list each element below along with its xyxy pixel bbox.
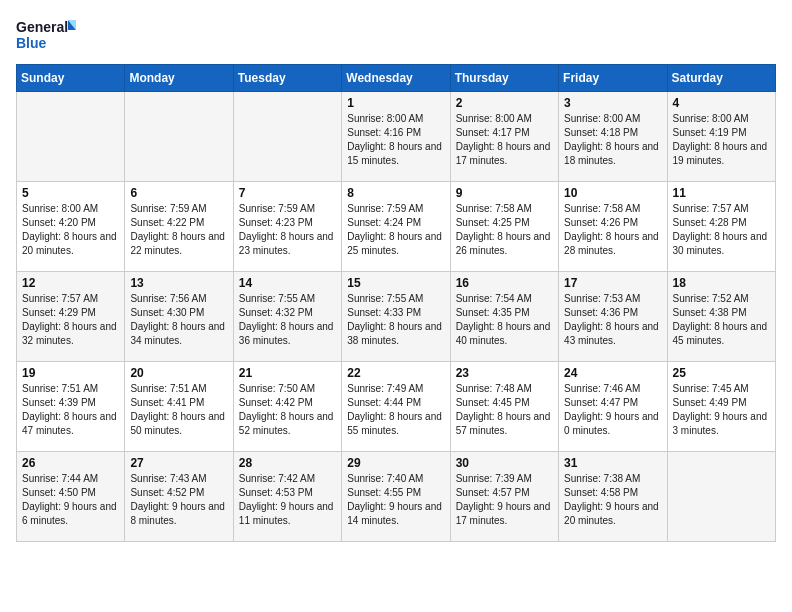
weekday-header-wednesday: Wednesday	[342, 65, 450, 92]
weekday-header-row: SundayMondayTuesdayWednesdayThursdayFrid…	[17, 65, 776, 92]
calendar-cell: 6Sunrise: 7:59 AM Sunset: 4:22 PM Daylig…	[125, 182, 233, 272]
day-info: Sunrise: 7:59 AM Sunset: 4:22 PM Dayligh…	[130, 202, 227, 258]
day-number: 15	[347, 276, 444, 290]
calendar-cell: 31Sunrise: 7:38 AM Sunset: 4:58 PM Dayli…	[559, 452, 667, 542]
day-info: Sunrise: 8:00 AM Sunset: 4:17 PM Dayligh…	[456, 112, 553, 168]
calendar-cell: 27Sunrise: 7:43 AM Sunset: 4:52 PM Dayli…	[125, 452, 233, 542]
day-number: 3	[564, 96, 661, 110]
calendar-cell: 9Sunrise: 7:58 AM Sunset: 4:25 PM Daylig…	[450, 182, 558, 272]
svg-text:Blue: Blue	[16, 35, 47, 51]
calendar-week-5: 26Sunrise: 7:44 AM Sunset: 4:50 PM Dayli…	[17, 452, 776, 542]
day-info: Sunrise: 8:00 AM Sunset: 4:16 PM Dayligh…	[347, 112, 444, 168]
calendar-cell	[125, 92, 233, 182]
day-info: Sunrise: 7:45 AM Sunset: 4:49 PM Dayligh…	[673, 382, 770, 438]
calendar-cell: 5Sunrise: 8:00 AM Sunset: 4:20 PM Daylig…	[17, 182, 125, 272]
calendar-cell: 16Sunrise: 7:54 AM Sunset: 4:35 PM Dayli…	[450, 272, 558, 362]
calendar-week-3: 12Sunrise: 7:57 AM Sunset: 4:29 PM Dayli…	[17, 272, 776, 362]
logo-svg: General Blue	[16, 16, 76, 54]
day-info: Sunrise: 7:59 AM Sunset: 4:23 PM Dayligh…	[239, 202, 336, 258]
day-info: Sunrise: 7:49 AM Sunset: 4:44 PM Dayligh…	[347, 382, 444, 438]
weekday-header-saturday: Saturday	[667, 65, 775, 92]
calendar-cell: 2Sunrise: 8:00 AM Sunset: 4:17 PM Daylig…	[450, 92, 558, 182]
day-number: 6	[130, 186, 227, 200]
day-number: 16	[456, 276, 553, 290]
calendar-cell	[233, 92, 341, 182]
day-number: 5	[22, 186, 119, 200]
calendar-cell: 22Sunrise: 7:49 AM Sunset: 4:44 PM Dayli…	[342, 362, 450, 452]
day-number: 29	[347, 456, 444, 470]
day-number: 17	[564, 276, 661, 290]
weekday-header-monday: Monday	[125, 65, 233, 92]
calendar-cell: 26Sunrise: 7:44 AM Sunset: 4:50 PM Dayli…	[17, 452, 125, 542]
day-number: 2	[456, 96, 553, 110]
calendar-cell: 21Sunrise: 7:50 AM Sunset: 4:42 PM Dayli…	[233, 362, 341, 452]
day-info: Sunrise: 7:56 AM Sunset: 4:30 PM Dayligh…	[130, 292, 227, 348]
calendar-cell: 23Sunrise: 7:48 AM Sunset: 4:45 PM Dayli…	[450, 362, 558, 452]
day-number: 9	[456, 186, 553, 200]
day-info: Sunrise: 7:52 AM Sunset: 4:38 PM Dayligh…	[673, 292, 770, 348]
calendar-week-4: 19Sunrise: 7:51 AM Sunset: 4:39 PM Dayli…	[17, 362, 776, 452]
day-number: 19	[22, 366, 119, 380]
day-info: Sunrise: 7:54 AM Sunset: 4:35 PM Dayligh…	[456, 292, 553, 348]
day-number: 10	[564, 186, 661, 200]
calendar-cell: 7Sunrise: 7:59 AM Sunset: 4:23 PM Daylig…	[233, 182, 341, 272]
day-number: 7	[239, 186, 336, 200]
day-info: Sunrise: 8:00 AM Sunset: 4:18 PM Dayligh…	[564, 112, 661, 168]
day-info: Sunrise: 7:48 AM Sunset: 4:45 PM Dayligh…	[456, 382, 553, 438]
day-info: Sunrise: 7:58 AM Sunset: 4:26 PM Dayligh…	[564, 202, 661, 258]
day-number: 30	[456, 456, 553, 470]
day-info: Sunrise: 7:40 AM Sunset: 4:55 PM Dayligh…	[347, 472, 444, 528]
day-number: 22	[347, 366, 444, 380]
calendar-cell: 18Sunrise: 7:52 AM Sunset: 4:38 PM Dayli…	[667, 272, 775, 362]
day-info: Sunrise: 7:50 AM Sunset: 4:42 PM Dayligh…	[239, 382, 336, 438]
day-info: Sunrise: 7:38 AM Sunset: 4:58 PM Dayligh…	[564, 472, 661, 528]
calendar-week-2: 5Sunrise: 8:00 AM Sunset: 4:20 PM Daylig…	[17, 182, 776, 272]
calendar-cell: 11Sunrise: 7:57 AM Sunset: 4:28 PM Dayli…	[667, 182, 775, 272]
calendar-cell: 30Sunrise: 7:39 AM Sunset: 4:57 PM Dayli…	[450, 452, 558, 542]
calendar-cell: 24Sunrise: 7:46 AM Sunset: 4:47 PM Dayli…	[559, 362, 667, 452]
day-info: Sunrise: 7:57 AM Sunset: 4:28 PM Dayligh…	[673, 202, 770, 258]
weekday-header-sunday: Sunday	[17, 65, 125, 92]
day-info: Sunrise: 7:58 AM Sunset: 4:25 PM Dayligh…	[456, 202, 553, 258]
weekday-header-thursday: Thursday	[450, 65, 558, 92]
calendar-cell: 17Sunrise: 7:53 AM Sunset: 4:36 PM Dayli…	[559, 272, 667, 362]
calendar-cell	[667, 452, 775, 542]
day-number: 24	[564, 366, 661, 380]
day-number: 11	[673, 186, 770, 200]
calendar-table: SundayMondayTuesdayWednesdayThursdayFrid…	[16, 64, 776, 542]
weekday-header-tuesday: Tuesday	[233, 65, 341, 92]
day-info: Sunrise: 7:55 AM Sunset: 4:32 PM Dayligh…	[239, 292, 336, 348]
day-info: Sunrise: 7:51 AM Sunset: 4:39 PM Dayligh…	[22, 382, 119, 438]
day-info: Sunrise: 8:00 AM Sunset: 4:19 PM Dayligh…	[673, 112, 770, 168]
calendar-cell: 15Sunrise: 7:55 AM Sunset: 4:33 PM Dayli…	[342, 272, 450, 362]
day-number: 18	[673, 276, 770, 290]
day-number: 25	[673, 366, 770, 380]
calendar-cell: 19Sunrise: 7:51 AM Sunset: 4:39 PM Dayli…	[17, 362, 125, 452]
day-info: Sunrise: 8:00 AM Sunset: 4:20 PM Dayligh…	[22, 202, 119, 258]
day-info: Sunrise: 7:46 AM Sunset: 4:47 PM Dayligh…	[564, 382, 661, 438]
day-info: Sunrise: 7:53 AM Sunset: 4:36 PM Dayligh…	[564, 292, 661, 348]
calendar-cell	[17, 92, 125, 182]
calendar-cell: 20Sunrise: 7:51 AM Sunset: 4:41 PM Dayli…	[125, 362, 233, 452]
day-info: Sunrise: 7:55 AM Sunset: 4:33 PM Dayligh…	[347, 292, 444, 348]
calendar-cell: 25Sunrise: 7:45 AM Sunset: 4:49 PM Dayli…	[667, 362, 775, 452]
calendar-cell: 12Sunrise: 7:57 AM Sunset: 4:29 PM Dayli…	[17, 272, 125, 362]
svg-text:General: General	[16, 19, 68, 35]
day-info: Sunrise: 7:51 AM Sunset: 4:41 PM Dayligh…	[130, 382, 227, 438]
calendar-week-1: 1Sunrise: 8:00 AM Sunset: 4:16 PM Daylig…	[17, 92, 776, 182]
calendar-cell: 10Sunrise: 7:58 AM Sunset: 4:26 PM Dayli…	[559, 182, 667, 272]
calendar-cell: 13Sunrise: 7:56 AM Sunset: 4:30 PM Dayli…	[125, 272, 233, 362]
day-info: Sunrise: 7:43 AM Sunset: 4:52 PM Dayligh…	[130, 472, 227, 528]
day-number: 31	[564, 456, 661, 470]
calendar-cell: 14Sunrise: 7:55 AM Sunset: 4:32 PM Dayli…	[233, 272, 341, 362]
calendar-cell: 28Sunrise: 7:42 AM Sunset: 4:53 PM Dayli…	[233, 452, 341, 542]
day-info: Sunrise: 7:42 AM Sunset: 4:53 PM Dayligh…	[239, 472, 336, 528]
day-number: 8	[347, 186, 444, 200]
calendar-cell: 4Sunrise: 8:00 AM Sunset: 4:19 PM Daylig…	[667, 92, 775, 182]
day-number: 1	[347, 96, 444, 110]
day-number: 27	[130, 456, 227, 470]
page-header: General Blue	[16, 16, 776, 54]
day-number: 23	[456, 366, 553, 380]
calendar-cell: 3Sunrise: 8:00 AM Sunset: 4:18 PM Daylig…	[559, 92, 667, 182]
calendar-cell: 8Sunrise: 7:59 AM Sunset: 4:24 PM Daylig…	[342, 182, 450, 272]
